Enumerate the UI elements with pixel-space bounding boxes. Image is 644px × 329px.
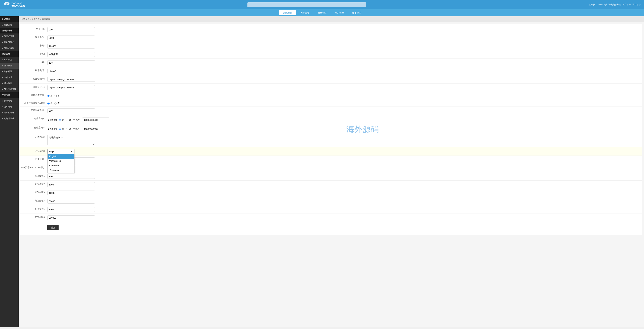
radio-no-label: 否 (58, 94, 60, 97)
input-charge2[interactable] (48, 182, 95, 187)
radio-captcha-no-input[interactable] (54, 102, 57, 104)
tab-user-management[interactable]: 用户管理 (331, 10, 348, 15)
input-charge6[interactable] (48, 215, 95, 220)
sidebar-item-home[interactable]: ▶ 后台首页 (0, 22, 18, 28)
input-charge1[interactable] (48, 174, 95, 179)
radio-captcha-yes-label: 是 (50, 102, 52, 105)
input-notify2-phone[interactable] (82, 127, 109, 131)
input-bank[interactable] (48, 52, 95, 57)
logout-link[interactable]: [退出] (616, 3, 621, 6)
arrow-icon-9: ▶ (2, 82, 4, 84)
form-row-usdt-rate: usdt汇率:(1usdt=?卢比): (20, 164, 642, 172)
sidebar-item-nav[interactable]: ▶ 导航栏管理 (0, 110, 18, 116)
form-row-close-reason: 关闭原因: 网站升级中aa (20, 133, 642, 147)
breadcrumb: 当前位置：系统设置 > 基本设置 > (18, 16, 644, 22)
label-captcha: 是否开启验证码功能: (20, 100, 48, 104)
sidebar-add-admin-label: 添加管理员 (4, 41, 14, 44)
sidebar-domain-label: 域名绑定 (4, 82, 12, 85)
radio-captcha-no[interactable]: 否 (54, 102, 60, 105)
radio-site-no-input[interactable] (54, 95, 57, 97)
dropdown-item-yourname[interactable]: 您的Name (48, 168, 74, 173)
radio-notify1-no[interactable]: 否 (66, 118, 71, 121)
input-name[interactable] (48, 60, 95, 65)
input-wechat[interactable] (48, 35, 95, 40)
sidebar-item-logistics[interactable]: ▶ 物流管理 (0, 98, 18, 104)
radio-group-notify2: 是否开启: 是 否 手机号: (48, 126, 642, 131)
submit-button[interactable]: 提交 (48, 225, 58, 230)
dropdown-item-indonesia[interactable]: Indonesia (48, 163, 74, 168)
arrow-icon-3: ▶ (2, 41, 4, 43)
sidebar: 后台首页 ▶ 后台首页 管理员管理 ▶ 管理员管理 ▶ 添加管理员 ▶ 管理员权… (0, 16, 18, 327)
radio-captcha-yes-input[interactable] (48, 102, 50, 104)
form-row-charge6: 充值金额6 (20, 214, 642, 222)
control-phone (48, 68, 642, 74)
arrow-icon-13: ▶ (2, 112, 4, 114)
label-charge2: 充值金额2 (20, 182, 48, 186)
sidebar-item-domain[interactable]: ▶ 域名绑定 (0, 80, 18, 86)
radio-notify2-no[interactable]: 否 (66, 127, 71, 130)
input-phone[interactable] (48, 69, 95, 73)
textarea-close-reason[interactable]: 网站升级中aa (48, 135, 95, 145)
sidebar-item-banner[interactable]: ▶ 幻灯片管理 (0, 116, 18, 122)
sidebar-item-trx[interactable]: ▶ TRX充值管理 (0, 86, 18, 92)
app-title: 云购令发系统 (12, 4, 25, 7)
control-rate (48, 157, 642, 163)
radio-group-captcha: 是 否 (48, 101, 642, 105)
arrow-icon-7: ▶ (2, 71, 4, 72)
sidebar-item-seo[interactable]: ▶ SEO设置 (0, 57, 18, 63)
search-area (248, 2, 366, 7)
notify1-phone-label: 手机号: (73, 118, 80, 121)
sidebar-item-basic[interactable]: ▶ 基本设置 (0, 63, 18, 69)
dropdown-item-vietnamese[interactable]: Vietnamese (48, 159, 74, 163)
input-notify1-phone[interactable] (82, 117, 109, 122)
sidebar-item-payment[interactable]: ▶ 支付方式 (0, 74, 18, 80)
form-row-phone: 联系电话: (20, 67, 642, 75)
radio-notify2-no-input[interactable] (66, 128, 68, 130)
input-charge4[interactable] (48, 199, 95, 204)
logo-area: 云购 YunGouCMS 云购令发系统 (4, 1, 25, 8)
sidebar-logistics-label: 物流管理 (4, 99, 12, 102)
radio-notify1-yes[interactable]: 是 (59, 118, 64, 121)
form-row-charge2: 充值金额2 (20, 181, 642, 189)
control-card (48, 43, 642, 49)
sidebar-item-currency[interactable]: ▶ 货币管理 (0, 104, 18, 110)
radio-site-no[interactable]: 否 (54, 94, 60, 97)
label-service2: 客服链接二: (20, 84, 48, 89)
language-dropdown-wrapper: English ▼ English Vietnamese Indonesia 您… (48, 149, 74, 154)
radio-captcha-no-label: 否 (58, 102, 60, 105)
sidebar-item-admin-manage[interactable]: ▶ 管理员管理 (0, 33, 18, 39)
radio-site-yes-input[interactable] (48, 95, 50, 97)
radio-captcha-yes[interactable]: 是 (48, 102, 52, 105)
language-link[interactable]: 简文维护 (622, 3, 631, 6)
tab-order-management[interactable]: 碰单管理 (348, 10, 365, 15)
radio-notify1-yes-input[interactable] (59, 119, 61, 121)
input-qq[interactable] (48, 27, 95, 32)
sidebar-section-ui: 界面管理 (0, 92, 18, 98)
input-card[interactable] (48, 44, 95, 48)
sidebar-item-add-admin[interactable]: ▶ 添加管理员 (0, 39, 18, 45)
input-service2[interactable] (48, 85, 95, 90)
help-link[interactable]: 访问帮助 (632, 3, 640, 6)
input-charge3[interactable] (48, 191, 95, 195)
sidebar-item-admin-perms[interactable]: ▶ 管理员权限 (0, 45, 18, 51)
label-wechat: 客服微信: (20, 35, 48, 39)
radio-notify1-no-input[interactable] (66, 119, 68, 121)
form-row-remind-amount: 充值提醒金额: (20, 107, 642, 115)
search-input[interactable] (248, 2, 366, 7)
arrow-icon-2: ▶ (2, 35, 4, 37)
label-usdt-rate: usdt汇率:(1usdt=?卢比): (20, 165, 48, 169)
radio-notify2-yes-input[interactable] (59, 128, 61, 130)
input-remind-amount[interactable] (48, 108, 95, 113)
input-charge5[interactable] (48, 207, 95, 212)
tab-system-settings[interactable]: 系统设置 (279, 10, 296, 15)
label-bank: 银行: (20, 51, 48, 55)
radio-notify2-yes[interactable]: 是 (59, 127, 64, 130)
radio-site-yes[interactable]: 是 (48, 94, 52, 97)
input-service1[interactable] (48, 77, 95, 82)
language-select-button[interactable]: English ▼ (48, 149, 74, 154)
tab-content-management[interactable]: 内容管理 (296, 10, 313, 15)
sidebar-item-sms[interactable]: ▶ 短信配置 (0, 69, 18, 74)
label-charge4: 充值金额4 (20, 198, 48, 202)
tab-goods-management[interactable]: 商品管理 (314, 10, 330, 15)
dropdown-item-english[interactable]: English (48, 154, 74, 159)
